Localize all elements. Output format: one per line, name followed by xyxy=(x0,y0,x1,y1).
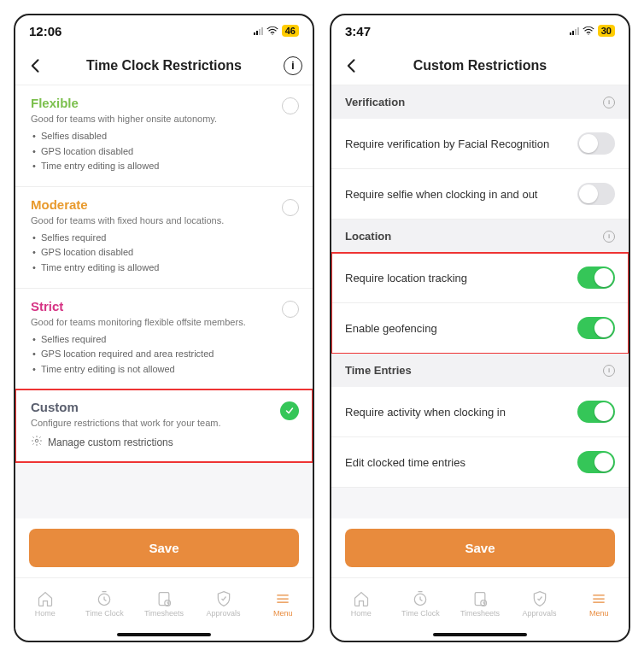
status-indicators: 30 xyxy=(570,25,615,37)
tab-menu[interactable]: Menu xyxy=(253,578,313,629)
tab-label: Home xyxy=(351,609,372,618)
tab-label: Time Clock xyxy=(401,609,440,618)
save-button[interactable]: Save xyxy=(29,529,299,567)
toggle-facial[interactable] xyxy=(577,132,615,155)
toggle-activity[interactable] xyxy=(577,401,615,423)
tab-label: Menu xyxy=(273,609,293,618)
row-label: Require selfie when clocking in and out xyxy=(345,188,537,201)
wifi-icon xyxy=(583,25,594,37)
phone-right: 3:47 30 Custom Restrictions Verification… xyxy=(330,14,630,642)
bullet: Time entry editing is not allowed xyxy=(32,362,297,378)
tab-approvals[interactable]: Approvals xyxy=(194,578,254,629)
row-activity: Require activity when clocking in xyxy=(331,387,629,437)
content-area: Verification i Require verification by F… xyxy=(331,85,629,518)
option-title: Strict xyxy=(31,299,297,313)
option-desc: Good for teams with fixed hours and loca… xyxy=(31,215,297,226)
tab-menu[interactable]: Menu xyxy=(569,578,629,629)
back-button[interactable] xyxy=(26,56,46,76)
gear-icon xyxy=(31,435,43,449)
battery-badge: 30 xyxy=(598,25,615,37)
tab-label: Timesheets xyxy=(460,609,500,618)
svg-point-0 xyxy=(272,33,272,34)
option-bullets: Selfies required GPS location disabled T… xyxy=(31,231,297,276)
wifi-icon xyxy=(266,25,278,37)
section-info-icon[interactable]: i xyxy=(603,97,615,108)
toggle-geofencing[interactable] xyxy=(577,317,615,339)
tab-timesheets[interactable]: Timesheets xyxy=(450,578,510,629)
status-time: 12:06 xyxy=(29,24,61,38)
signal-icon xyxy=(254,26,263,35)
manage-custom-link[interactable]: Manage custom restrictions xyxy=(31,435,297,449)
bullet: GPS location disabled xyxy=(32,144,297,160)
tab-timesheets[interactable]: Timesheets xyxy=(134,578,194,629)
tab-home[interactable]: Home xyxy=(331,578,391,629)
option-desc: Good for teams monitoring flexible offsi… xyxy=(31,317,297,327)
back-button[interactable] xyxy=(342,56,362,76)
section-info-icon[interactable]: i xyxy=(603,231,615,243)
status-indicators: 46 xyxy=(254,25,299,37)
section-title: Time Entries xyxy=(345,364,412,377)
row-label: Edit clocked time entries xyxy=(345,456,465,469)
toggle-location-tracking[interactable] xyxy=(577,266,615,289)
option-custom[interactable]: Custom Configure restrictions that work … xyxy=(15,390,313,462)
toggle-edit-entries[interactable] xyxy=(577,451,615,473)
page-title: Time Clock Restrictions xyxy=(86,58,242,73)
tab-label: Home xyxy=(35,609,56,618)
tab-bar: Home Time Clock Timesheets Approvals Men… xyxy=(15,577,313,629)
tab-timeclock[interactable]: Time Clock xyxy=(391,578,451,629)
option-title: Custom xyxy=(31,400,297,414)
bullet: Time entry editing is allowed xyxy=(32,159,297,174)
option-strict[interactable]: Strict Good for teams monitoring flexibl… xyxy=(15,289,313,390)
bullet: Selfies required xyxy=(32,332,297,348)
manage-label: Manage custom restrictions xyxy=(48,436,173,448)
row-label: Require activity when clocking in xyxy=(345,406,506,419)
bullet: Selfies required xyxy=(32,231,297,246)
status-bar: 3:47 30 xyxy=(331,15,629,46)
page-title: Custom Restrictions xyxy=(413,58,547,73)
tab-label: Menu xyxy=(589,609,609,618)
section-title: Verification xyxy=(345,96,405,108)
save-button[interactable]: Save xyxy=(345,529,615,567)
radio-unchecked[interactable] xyxy=(282,199,299,216)
battery-badge: 46 xyxy=(282,25,299,37)
info-button[interactable]: i xyxy=(284,56,302,75)
nav-header: Custom Restrictions xyxy=(331,46,629,85)
section-time-entries: Time Entries i xyxy=(331,354,629,387)
tab-timeclock[interactable]: Time Clock xyxy=(75,578,135,629)
row-label: Require verification by Facial Recogniti… xyxy=(345,138,549,150)
home-indicator xyxy=(15,629,313,641)
svg-point-5 xyxy=(588,33,588,34)
save-bar: Save xyxy=(15,518,313,577)
row-edit-entries: Edit clocked time entries xyxy=(331,437,629,488)
toggle-selfie[interactable] xyxy=(577,183,615,205)
status-bar: 12:06 46 xyxy=(15,15,313,46)
row-geofencing: Enable geofencing xyxy=(331,303,629,354)
status-time: 3:47 xyxy=(345,24,371,38)
bullet: Time entry editing is allowed xyxy=(32,261,297,276)
section-info-icon[interactable]: i xyxy=(603,365,615,377)
option-moderate[interactable]: Moderate Good for teams with fixed hours… xyxy=(15,187,313,289)
option-title: Flexible xyxy=(31,96,297,110)
bullet: GPS location disabled xyxy=(32,245,297,261)
tab-approvals[interactable]: Approvals xyxy=(510,578,570,629)
tab-home[interactable]: Home xyxy=(15,578,75,629)
row-label: Require location tracking xyxy=(345,272,467,284)
home-indicator xyxy=(331,629,629,641)
tab-label: Approvals xyxy=(207,609,241,618)
section-location: Location i xyxy=(331,220,629,253)
section-title: Location xyxy=(345,230,391,243)
svg-point-1 xyxy=(35,440,38,443)
row-facial-recognition: Require verification by Facial Recogniti… xyxy=(331,119,629,169)
section-verification: Verification i xyxy=(331,85,629,119)
bullet: GPS location required and area restricte… xyxy=(32,347,297,362)
tab-label: Approvals xyxy=(523,609,557,618)
option-flexible[interactable]: Flexible Good for teams with higher onsi… xyxy=(15,85,313,187)
radio-unchecked[interactable] xyxy=(282,301,299,318)
row-location-tracking: Require location tracking xyxy=(331,253,629,303)
location-highlight-group: Require location tracking Enable geofenc… xyxy=(331,253,629,354)
row-label: Enable geofencing xyxy=(345,322,437,335)
radio-unchecked[interactable] xyxy=(282,97,299,114)
bullet: Selfies disabled xyxy=(32,129,297,144)
tab-label: Timesheets xyxy=(144,609,184,618)
save-bar: Save xyxy=(331,518,629,577)
